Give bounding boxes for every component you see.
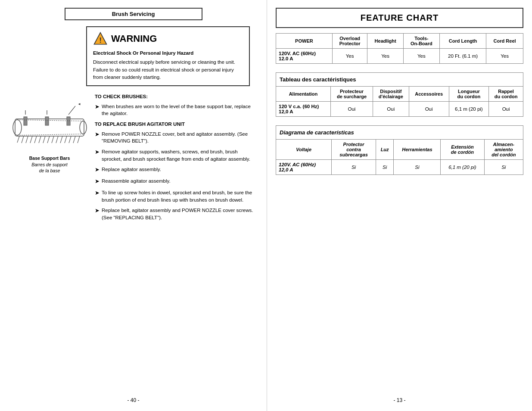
arrow-icon-5: ➤: [95, 177, 100, 186]
svg-point-26: [80, 121, 87, 134]
step-2: ➤ Remove agitator supports, washers, scr…: [95, 148, 258, 162]
illustration-label: Base Support Bars Barres de support de l…: [29, 155, 70, 174]
es-luz-val: Si: [376, 160, 394, 175]
fr-col-rappel: Rappeldu cordon: [489, 87, 523, 102]
page-number-left: - 40 -: [9, 389, 258, 403]
en-col-power: POWER: [276, 34, 333, 49]
es-herramientas-val: Si: [394, 160, 441, 175]
illustration-area: ◄ Base Support Bars Barres de support de…: [9, 93, 90, 225]
svg-line-8: [39, 136, 41, 143]
en-headlight-val: Yes: [367, 49, 403, 64]
en-col-cord-length: Cord Length: [439, 34, 486, 49]
en-data-row: 120V. AC (60Hz)12.0 A Yes Yes Yes 20 Ft.…: [276, 49, 523, 64]
instructions-area: TO CHECK BRUSHES: ➤ When brushes are wor…: [95, 93, 258, 225]
arrow-icon-2: ➤: [95, 131, 100, 145]
english-table: POWER OverloadProtector Headlight Tools-…: [276, 33, 523, 64]
svg-line-5: [26, 136, 28, 143]
svg-line-11: [52, 136, 54, 143]
es-protector-val: Si: [332, 160, 376, 175]
es-data-row: 120V. AC (60Hz)12,0 A Si Si Si 6,1 m (20…: [276, 160, 523, 175]
en-cord-reel-val: Yes: [486, 49, 523, 64]
svg-text:◄: ◄: [78, 102, 81, 106]
step-6-text: Replace belt, agitator assembly and POWE…: [102, 207, 258, 221]
es-almacenamiento-val: Si: [484, 160, 523, 175]
svg-line-14: [65, 136, 67, 143]
en-overload-val: Yes: [332, 49, 367, 64]
feature-chart-title: FEATURE CHART: [276, 8, 523, 28]
arrow-icon-6: ➤: [95, 189, 100, 203]
left-content: ◄ Base Support Bars Barres de support de…: [9, 93, 258, 225]
check-brushes-title: TO CHECK BRUSHES:: [95, 93, 258, 100]
en-power-val: 120V. AC (60Hz)12.0 A: [276, 49, 333, 64]
svg-line-7: [34, 136, 37, 143]
svg-line-13: [60, 136, 62, 143]
fr-accessoires-val: Oui: [409, 102, 449, 117]
warning-text: Disconnect electrical supply before serv…: [93, 59, 235, 80]
step-5: ➤ To line up screw holes in dowel, sproc…: [95, 189, 258, 203]
step-3-text: Replace agitator assembly.: [102, 166, 161, 174]
en-cord-length-val: 20 Ft. (6.1 m): [439, 49, 486, 64]
arrow-icon-1: ➤: [95, 103, 100, 117]
hazard-title: Electrical Shock Or Personal Injury Haza…: [93, 50, 243, 57]
svg-line-6: [30, 136, 32, 143]
es-extension-val: 6,1 m (20 pi): [441, 160, 484, 175]
svg-rect-19: [45, 117, 49, 125]
svg-text:!: !: [99, 36, 102, 44]
es-voltaje-val: 120V. AC (60Hz)12,0 A: [276, 160, 332, 175]
fr-rappel-val: Oui: [489, 102, 523, 117]
fr-col-protecteur: Protecteurde surcharge: [330, 87, 373, 102]
step-3: ➤ Replace agitator assembly.: [95, 166, 258, 174]
es-col-almacenamiento: Almacen-amientodel cordón: [484, 140, 523, 160]
french-table: Tableau des caractéristiques Alimentatio…: [276, 72, 523, 117]
fr-col-longueur: Longueurdu cordon: [449, 87, 489, 102]
fr-longueur-val: 6,1 m (20 pi): [449, 102, 489, 117]
en-col-tools: Tools-On-Board: [403, 34, 439, 49]
arrow-icon-4: ➤: [95, 166, 100, 174]
svg-line-23: [68, 106, 75, 115]
warning-box: ! WARNING Electrical Shock Or Personal I…: [86, 26, 250, 86]
illustration-main-label: Base Support Bars: [29, 155, 70, 162]
svg-line-12: [56, 136, 58, 143]
step-4: ➤ Reassemble agitator assembly.: [95, 177, 258, 186]
svg-point-25: [13, 120, 22, 135]
fr-col-dispositif: Dispositifd'éclairage: [373, 87, 409, 102]
right-panel: FEATURE CHART POWER OverloadProtector He…: [267, 0, 532, 411]
warning-header: ! WARNING: [93, 31, 243, 46]
brush-illustration: ◄: [11, 93, 88, 153]
svg-line-17: [78, 136, 80, 143]
fr-dispositif-val: Oui: [373, 102, 409, 117]
fr-data-row: 120 V c.a. (60 Hz)12,0 A Oui Oui Oui 6,1…: [276, 102, 523, 117]
page-number-right: - 13 -: [276, 389, 523, 403]
es-col-luz: Luz: [376, 140, 394, 160]
en-tools-val: Yes: [403, 49, 439, 64]
check-brushes-item: ➤ When brushes are worn to the level of …: [95, 103, 258, 117]
step-1-text: Remove POWER NOZZLE cover, belt and agit…: [102, 131, 258, 145]
svg-line-28: [17, 134, 83, 135]
replace-title: TO REPLACE BRUSH AGITATOR UNIT: [95, 121, 258, 128]
svg-rect-20: [67, 117, 70, 125]
en-col-headlight: Headlight: [367, 34, 403, 49]
svg-line-15: [69, 136, 71, 143]
es-col-voltaje: Voltaje: [276, 140, 332, 160]
svg-line-9: [43, 136, 45, 143]
illustration-sub-label-2: de la base: [29, 168, 70, 174]
left-panel: Brush Servicing ! WARNING Electrical Sho…: [0, 0, 267, 411]
svg-line-16: [73, 136, 75, 143]
step-1: ➤ Remove POWER NOZZLE cover, belt and ag…: [95, 131, 258, 145]
spanish-table: Diagrama de características Voltaje Prot…: [276, 125, 523, 175]
fr-section-title: Tableau des caractéristiques: [276, 73, 523, 87]
warning-icon: !: [93, 31, 108, 46]
step-5-text: To line up screw holes in dowel, sprocke…: [102, 189, 258, 203]
arrow-icon-3: ➤: [95, 148, 100, 162]
es-col-herramientas: Herramientas: [394, 140, 441, 160]
fr-col-alimentation: Alimentation: [276, 87, 331, 102]
svg-rect-18: [24, 117, 27, 125]
step-2-text: Remove agitator supports, washers, screw…: [102, 148, 258, 162]
fr-col-accessoires: Accessoires: [409, 87, 449, 102]
en-col-cord-reel: Cord Reel: [486, 34, 523, 49]
en-col-overload: OverloadProtector: [332, 34, 367, 49]
warning-body: Electrical Shock Or Personal Injury Haza…: [93, 50, 243, 81]
warning-title: WARNING: [111, 33, 157, 44]
arrow-icon-7: ➤: [95, 207, 100, 221]
svg-line-4: [22, 136, 24, 143]
